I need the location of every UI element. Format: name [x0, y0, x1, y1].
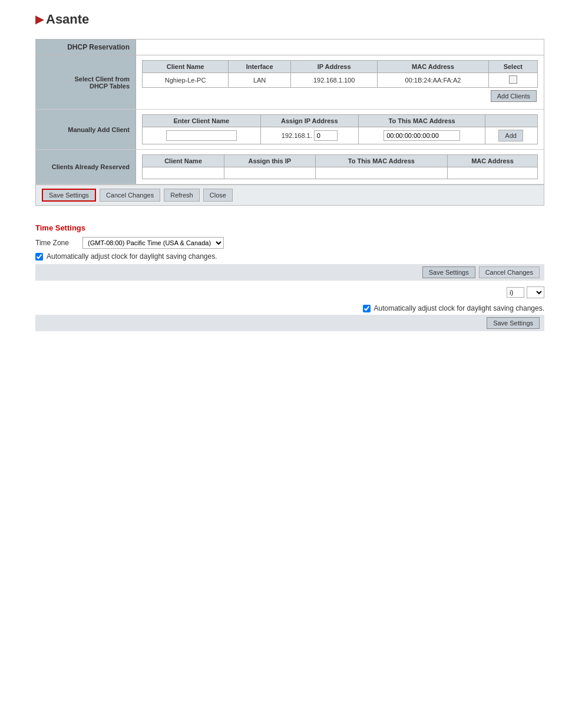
- select-client-label: Select Client fromDHCP Tables: [36, 55, 136, 109]
- col-select: Select: [488, 61, 537, 73]
- clients-reserved-content: Client Name Assign this IP To This MAC A…: [136, 150, 544, 184]
- cancel-changes-button[interactable]: Cancel Changes: [100, 189, 160, 202]
- mac-input[interactable]: [384, 130, 460, 141]
- col-mac-address: MAC Address: [378, 61, 488, 73]
- alt-save-row: Save Settings: [35, 315, 544, 331]
- close-button[interactable]: Close: [203, 189, 233, 202]
- select-checkbox[interactable]: [509, 75, 517, 84]
- add-clients-button[interactable]: Add Clients: [491, 90, 537, 102]
- time-zone-row: Time Zone (GMT-08:00) Pacific Time (USA …: [35, 237, 544, 249]
- auto-adjust-label: Automatically adjust clock for daylight …: [47, 252, 217, 261]
- alt-auto-adjust-label: Automatically adjust clock for daylight …: [374, 304, 544, 312]
- alt-save-settings-button[interactable]: Save Settings: [487, 317, 540, 329]
- select-client-row: Select Client fromDHCP Tables Client Nam…: [36, 55, 544, 110]
- alt-auto-adjust-row: Automatically adjust clock for daylight …: [363, 304, 544, 312]
- col-client-name: Client Name: [143, 61, 229, 73]
- empty-cell-1: [143, 167, 224, 179]
- alt-timezone-input[interactable]: [507, 287, 524, 298]
- col-assign-ip: Assign IP Address: [260, 115, 358, 127]
- col-to-this-mac: To This MAC Address: [315, 155, 447, 167]
- time-settings-buttons: Save Settings Cancel Changes: [35, 264, 544, 281]
- col-add: [485, 115, 538, 127]
- col-enter-client-name: Enter Client Name: [143, 115, 261, 127]
- cell-ip-input[interactable]: 192.168.1.: [260, 127, 358, 144]
- cell-client-name-input[interactable]: [143, 127, 261, 144]
- timezone-select[interactable]: (GMT-08:00) Pacific Time (USA & Canada): [82, 237, 224, 249]
- ip-suffix-input[interactable]: [314, 130, 338, 141]
- add-clients-area: Add Clients: [142, 88, 538, 104]
- col-assign-this-ip: Assign this IP: [224, 155, 315, 167]
- time-settings-alt-section: Automatically adjust clock for daylight …: [35, 286, 544, 331]
- alt-auto-adjust-checkbox[interactable]: [363, 305, 371, 312]
- manual-add-table-row: 192.168.1. Add: [143, 127, 538, 144]
- logo-icon: ▶: [35, 13, 44, 26]
- time-cancel-changes-button[interactable]: Cancel Changes: [479, 266, 540, 278]
- auto-adjust-row: Automatically adjust clock for daylight …: [35, 252, 544, 261]
- dhcp-reservation-header-row: DHCP Reservation: [36, 39, 544, 55]
- reserved-table: Client Name Assign this IP To This MAC A…: [142, 154, 538, 179]
- table-row: Nghiep-Le-PC LAN 192.168.1.100 00:1B:24:…: [143, 73, 538, 88]
- client-name-input[interactable]: [166, 130, 237, 141]
- empty-cell-2: [224, 167, 315, 179]
- cell-select[interactable]: [488, 73, 537, 88]
- save-settings-button[interactable]: Save Settings: [42, 189, 96, 202]
- dhcp-reservation-title: DHCP Reservation: [36, 39, 136, 55]
- cell-add-btn[interactable]: Add: [485, 127, 538, 144]
- cell-client-name: Nghiep-Le-PC: [143, 73, 229, 88]
- reserved-empty-row: [143, 167, 538, 179]
- cell-ip-address: 192.168.1.100: [291, 73, 378, 88]
- footer-buttons: Save Settings Cancel Changes Refresh Clo…: [36, 185, 544, 205]
- col-ip-address: IP Address: [291, 61, 378, 73]
- empty-cell-4: [447, 167, 537, 179]
- dhcp-client-table: Client Name Interface IP Address MAC Add…: [142, 60, 538, 88]
- alt-timezone-select[interactable]: [527, 286, 544, 298]
- time-save-settings-button[interactable]: Save Settings: [422, 266, 475, 278]
- manually-add-row: Manually Add Client Enter Client Name As…: [36, 110, 544, 150]
- add-button[interactable]: Add: [498, 130, 523, 141]
- logo-text: Asante: [46, 12, 89, 27]
- empty-cell-3: [315, 167, 447, 179]
- col-mac-address: MAC Address: [447, 155, 537, 167]
- logo-area: ▶ Asante: [0, 0, 562, 33]
- time-settings-section: Time Settings Time Zone (GMT-08:00) Paci…: [35, 223, 544, 281]
- alt-timezone-row: [507, 286, 544, 298]
- manual-add-table: Enter Client Name Assign IP Address To T…: [142, 114, 538, 144]
- ip-prefix: 192.168.1.: [282, 132, 312, 139]
- time-zone-label: Time Zone: [35, 239, 82, 247]
- refresh-button[interactable]: Refresh: [164, 189, 200, 202]
- cell-mac-input[interactable]: [358, 127, 485, 144]
- col-to-mac: To This MAC Address: [358, 115, 485, 127]
- dhcp-panel: DHCP Reservation Select Client fromDHCP …: [35, 39, 544, 206]
- select-client-content: Client Name Interface IP Address MAC Add…: [136, 55, 544, 109]
- time-settings-title: Time Settings: [35, 223, 544, 232]
- clients-reserved-label: Clients Already Reserved: [36, 150, 136, 184]
- clients-reserved-row: Clients Already Reserved Client Name Ass…: [36, 150, 544, 185]
- col-interface: Interface: [229, 61, 291, 73]
- col-reserved-client-name: Client Name: [143, 155, 224, 167]
- manually-add-content: Enter Client Name Assign IP Address To T…: [136, 110, 544, 149]
- cell-mac-address: 00:1B:24:AA:FA:A2: [378, 73, 488, 88]
- auto-adjust-checkbox[interactable]: [35, 253, 43, 261]
- manually-add-label: Manually Add Client: [36, 110, 136, 149]
- cell-interface: LAN: [229, 73, 291, 88]
